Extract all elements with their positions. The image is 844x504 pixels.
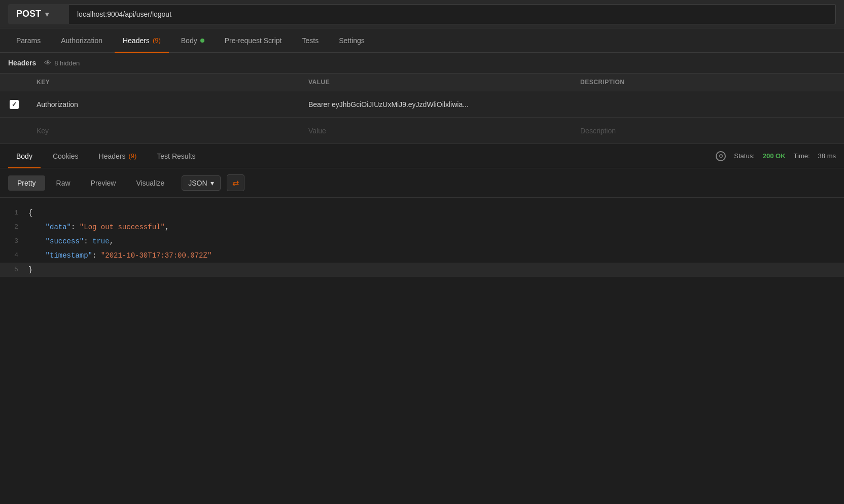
tab-pre-request-label: Pre-request Script [225, 37, 282, 45]
response-tab-bar: Body Cookies Headers (9) Test Results ⊕ … [0, 144, 844, 168]
col-value-header: VALUE [300, 79, 572, 86]
headers-badge: (9) [153, 37, 161, 44]
response-tab-test-results[interactable]: Test Results [149, 144, 203, 168]
method-label: POST [16, 9, 41, 19]
method-chevron-icon: ▾ [45, 10, 49, 18]
line-num-2: 2 [0, 220, 28, 234]
response-tab-body-label: Body [16, 152, 32, 160]
view-visualize-button[interactable]: Visualize [127, 175, 173, 191]
col-checkbox [0, 79, 28, 86]
empty-key-cell[interactable]: Key [28, 121, 300, 141]
wrap-button[interactable]: ⇄ [227, 174, 244, 191]
status-value: 200 OK [763, 152, 786, 160]
col-desc-header: DESCRIPTION [572, 79, 844, 86]
wrap-icon: ⇄ [232, 178, 239, 187]
response-tab-body[interactable]: Body [8, 144, 41, 168]
code-line-5: 5 } [0, 263, 844, 277]
key-timestamp: "timestamp" [46, 251, 92, 260]
code-area: 1 { 2 "data": "Log out successful", 3 "s… [0, 198, 844, 285]
tab-headers[interactable]: Headers (9) [115, 28, 169, 53]
line-num-3: 3 [0, 234, 28, 248]
tab-tests[interactable]: Tests [294, 28, 327, 53]
tab-settings[interactable]: Settings [331, 28, 373, 53]
view-controls: Pretty Raw Preview Visualize JSON ▾ ⇄ [0, 168, 844, 198]
response-meta: ⊕ Status: 200 OK Time: 38 ms [716, 151, 836, 161]
code-content-5: } [28, 263, 844, 277]
view-preview-button[interactable]: Preview [82, 175, 125, 191]
response-headers-badge: (9) [128, 152, 136, 160]
value-success: true [92, 237, 110, 245]
status-label: Status: [734, 152, 754, 160]
format-chevron-icon: ▾ [210, 179, 214, 187]
tab-params-label: Params [16, 37, 41, 45]
time-label: Time: [794, 152, 810, 160]
row-checkbox[interactable] [10, 100, 19, 109]
empty-value-cell[interactable]: Value [300, 121, 572, 141]
open-brace: { [28, 209, 32, 217]
tab-body-label: Body [181, 37, 197, 45]
code-line-3: 3 "success": true, [0, 234, 844, 248]
tab-headers-label: Headers [123, 37, 150, 45]
tab-authorization-label: Authorization [61, 37, 102, 45]
code-content-1: { [28, 206, 844, 220]
method-dropdown[interactable]: POST ▾ [8, 4, 69, 24]
response-tab-headers[interactable]: Headers (9) [91, 144, 145, 168]
value-data: "Log out successful" [80, 223, 165, 231]
view-raw-button[interactable]: Raw [47, 175, 80, 191]
tab-authorization[interactable]: Authorization [53, 28, 111, 53]
tab-params[interactable]: Params [8, 28, 49, 53]
code-content-2: "data": "Log out successful", [28, 220, 844, 234]
eye-icon: 👁 [44, 59, 51, 67]
format-label: JSON [188, 179, 207, 187]
value-timestamp: "2021-10-30T17:37:00.072Z" [101, 251, 212, 260]
hidden-label: 8 hidden [54, 59, 80, 67]
key-cell[interactable]: Authorization [28, 94, 300, 115]
code-line-2: 2 "data": "Log out successful", [0, 220, 844, 234]
headers-section: Headers 👁 8 hidden [0, 53, 844, 74]
tab-settings-label: Settings [339, 37, 365, 45]
key-success: "success" [46, 237, 84, 245]
key-data: "data" [46, 223, 71, 231]
col-key-header: KEY [28, 79, 300, 86]
format-select[interactable]: JSON ▾ [182, 175, 220, 191]
response-tab-cookies-label: Cookies [53, 152, 79, 160]
url-input[interactable] [69, 4, 836, 24]
tab-tests-label: Tests [302, 37, 319, 45]
empty-desc-cell[interactable]: Description [572, 121, 844, 141]
view-pretty-button[interactable]: Pretty [8, 175, 45, 191]
table-empty-row: Key Value Description [0, 118, 844, 144]
hidden-count: 👁 8 hidden [44, 59, 80, 67]
code-line-1: 1 { [0, 206, 844, 220]
value-cell[interactable]: Bearer eyJhbGciOiJIUzUxMiJ9.eyJzdWliOilx… [300, 94, 572, 115]
headers-table: KEY VALUE DESCRIPTION Authorization Bear… [0, 74, 844, 144]
globe-icon: ⊕ [716, 151, 726, 161]
table-row: Authorization Bearer eyJhbGciOiJIUzUxMiJ… [0, 91, 844, 118]
line-num-4: 4 [0, 248, 28, 263]
response-tab-test-results-label: Test Results [157, 152, 195, 160]
headers-title: Headers [8, 59, 36, 67]
response-tab-headers-label: Headers [99, 152, 126, 160]
url-bar: POST ▾ [0, 0, 844, 28]
request-tab-bar: Params Authorization Headers (9) Body Pr… [0, 28, 844, 53]
table-header-row: KEY VALUE DESCRIPTION [0, 74, 844, 91]
checkbox-cell[interactable] [0, 94, 28, 115]
body-dot-icon [200, 39, 204, 43]
tab-body[interactable]: Body [173, 28, 213, 53]
close-brace: } [28, 266, 32, 274]
empty-checkbox-cell [0, 125, 28, 137]
code-content-4: "timestamp": "2021-10-30T17:37:00.072Z" [28, 248, 844, 263]
response-tab-cookies[interactable]: Cookies [45, 144, 87, 168]
code-line-4: 4 "timestamp": "2021-10-30T17:37:00.072Z… [0, 248, 844, 263]
line-num-5: 5 [0, 263, 28, 277]
time-value: 38 ms [818, 152, 836, 160]
line-num-1: 1 [0, 206, 28, 220]
code-content-3: "success": true, [28, 234, 844, 248]
tab-pre-request[interactable]: Pre-request Script [217, 28, 290, 53]
desc-cell[interactable] [572, 98, 844, 111]
